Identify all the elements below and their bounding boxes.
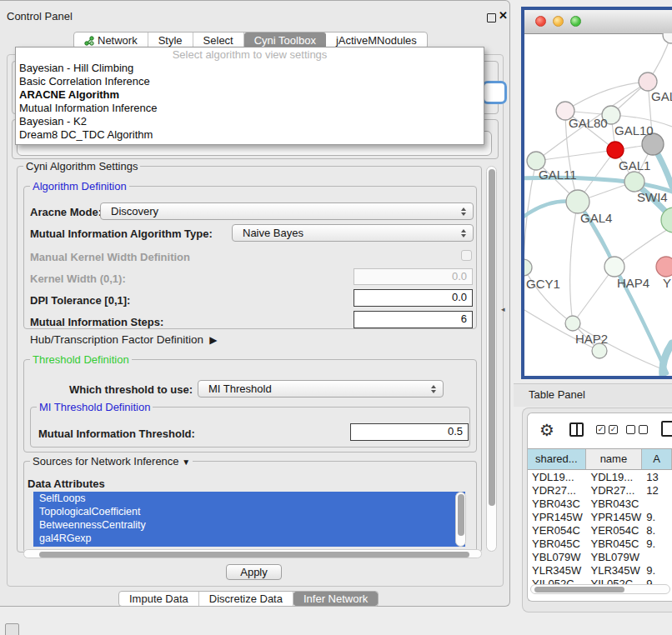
node-label: GAL10 — [614, 123, 654, 138]
settings-hscrollbar[interactable] — [23, 549, 482, 558]
tab-network-label: Network — [98, 34, 138, 47]
node-label: Y — [663, 276, 671, 290]
tab-impute-data[interactable]: Impute Data — [119, 592, 199, 606]
column-header-shared-name[interactable]: shared... — [528, 449, 586, 469]
hub-definition-toggle[interactable]: Hub/Transcription Factor Definition ▶ — [30, 333, 217, 346]
data-attributes-label: Data Attributes — [28, 478, 105, 490]
table-row[interactable]: YBR045CYBR045C9. — [528, 538, 672, 551]
node-swi4[interactable] — [624, 172, 644, 192]
aracne-mode-combobox[interactable]: Discovery — [100, 202, 474, 220]
column-header-name[interactable]: name — [586, 449, 643, 469]
manual-kernel-label: Manual Kernel Width Definition — [30, 251, 190, 263]
threshold-definition-title: Threshold Definition — [30, 353, 132, 366]
cyni-bottom-tabbar: Impute Data Discretize Data Infer Networ… — [118, 591, 379, 607]
zoom-traffic-light-icon[interactable] — [570, 16, 581, 27]
network-view-window[interactable]: GAL7 GAL80 GAL10 GAL1 GAL11 SWI4 GAL4 GC… — [521, 7, 672, 379]
node-gal1[interactable] — [607, 142, 624, 158]
combo-spinner-icon — [461, 229, 467, 238]
menu-item[interactable]: Bayesian - Hill Climbing — [16, 62, 484, 75]
node-label: HAP4 — [617, 276, 649, 290]
split-pane-icon[interactable] — [569, 422, 584, 437]
tab-infer-network[interactable]: Infer Network — [293, 592, 378, 606]
algorithm-combobox-focused[interactable] — [482, 81, 507, 104]
dpi-tolerance-label: DPI Tolerance [0,1]: — [30, 294, 130, 307]
cyni-algorithm-settings-title: Cyni Algorithm Settings — [23, 160, 140, 172]
node-gal4[interactable] — [566, 190, 589, 213]
collapsed-panel-icon[interactable] — [5, 623, 19, 635]
table-row[interactable]: YER054CYER054C8. — [528, 524, 672, 538]
algorithm-dropdown-popup: Select algorithm to view settings Bayesi… — [15, 47, 484, 145]
table-row[interactable]: YDR27...YDR27...12 — [528, 484, 672, 498]
node-hap2[interactable] — [565, 316, 580, 331]
table-panel-title: Table Panel — [529, 388, 585, 401]
deselect-all-checkboxes-icon[interactable] — [626, 425, 648, 434]
mi-type-label: Mutual Information Algorithm Type: — [30, 228, 213, 240]
table-row[interactable]: YDL19...YDL19...13 — [528, 471, 672, 484]
sources-title[interactable]: Sources for Network Inference ▼ — [30, 455, 193, 468]
table-header-row: shared... name A — [528, 448, 672, 470]
network-canvas[interactable]: GAL7 GAL80 GAL10 GAL1 GAL11 SWI4 GAL4 GC… — [524, 33, 672, 376]
kernel-width-input[interactable]: 0.0 — [354, 268, 473, 285]
select-all-checkboxes-icon[interactable]: ✓✓ — [596, 425, 618, 434]
popup-placeholder: Select algorithm to view settings — [16, 48, 484, 62]
gear-icon[interactable]: ⚙ — [539, 420, 554, 440]
apply-button[interactable]: Apply — [226, 564, 282, 580]
node-table-card: ⚙ ✓✓ shared... name A YDL19...YDL19...13… — [527, 412, 672, 602]
data-attributes-list[interactable]: SelfLoops TopologicalCoefficient Between… — [33, 492, 465, 547]
node-label: GAL80 — [569, 116, 608, 130]
table-row[interactable]: YBL079WYBL079W — [528, 551, 672, 564]
node-label: GAL7 — [651, 89, 672, 103]
node-label: HAP2 — [575, 332, 608, 346]
table-row[interactable]: YBR043CYBR043C — [528, 498, 672, 511]
table-hscrollbar[interactable] — [530, 584, 670, 594]
menu-item[interactable]: Basic Correlation Inference — [16, 75, 484, 88]
menu-item[interactable]: Mutual Information Inference — [16, 102, 484, 115]
which-threshold-label: Which threshold to use: — [69, 383, 193, 396]
manual-kernel-checkbox[interactable] — [461, 250, 472, 261]
table-row[interactable]: YLR345WYLR345W9. — [528, 564, 672, 578]
kernel-width-label: Kernel Width (0,1): — [30, 272, 126, 285]
float-window-icon[interactable] — [487, 13, 496, 22]
table-row[interactable]: YPR145WYPR145W9. — [528, 511, 672, 524]
menu-item-selected[interactable]: ARACNE Algorithm — [16, 88, 484, 102]
minimize-traffic-light-icon[interactable] — [553, 16, 564, 27]
list-item[interactable]: gal4RGexp — [33, 532, 465, 545]
panel-title: Control Panel — [7, 10, 73, 22]
combo-spinner-icon — [431, 385, 437, 393]
which-threshold-combobox[interactable]: MI Threshold — [198, 380, 444, 398]
algorithm-definition-title: Algorithm Definition — [30, 180, 129, 192]
aracne-mode-label: Aracne Mode: — [30, 206, 102, 218]
mi-threshold-label: Mutual Information Threshold: — [38, 428, 195, 440]
node-label: GAL1 — [619, 158, 650, 172]
node[interactable] — [663, 33, 672, 43]
dpi-tolerance-input[interactable]: 0.0 — [354, 289, 473, 307]
list-item[interactable]: BetweennessCentrality — [33, 518, 465, 532]
mi-threshold-input[interactable]: 0.5 — [350, 423, 469, 441]
node-gcy1[interactable] — [524, 259, 532, 276]
expand-right-icon: ▶ — [207, 334, 218, 346]
node-label: SWI4 — [637, 190, 668, 204]
column-header-partial[interactable]: A — [642, 449, 672, 469]
close-traffic-light-icon[interactable] — [535, 16, 546, 27]
mi-threshold-definition-title: MI Threshold Definition — [37, 401, 153, 413]
collapse-down-icon: ▼ — [182, 458, 190, 467]
table-icon[interactable] — [661, 421, 672, 437]
node-hap4[interactable] — [604, 257, 624, 277]
list-item[interactable]: SelfLoops — [33, 492, 465, 505]
mi-steps-input[interactable]: 6 — [354, 311, 473, 328]
menu-item[interactable]: Bayesian - K2 — [16, 115, 484, 128]
menu-item[interactable]: Dream8 DC_TDC Algorithm — [16, 128, 484, 142]
list-scrollbar[interactable] — [455, 492, 466, 547]
mi-type-combobox[interactable]: Naive Bayes — [232, 224, 474, 242]
node-gal7[interactable] — [639, 72, 657, 91]
node-label: GAL4 — [580, 211, 612, 225]
splitter-collapse-icon[interactable]: ◂ — [501, 305, 505, 313]
close-icon[interactable]: ✕ — [499, 9, 508, 22]
network-window-titlebar[interactable] — [524, 10, 672, 34]
settings-scrollbar[interactable] — [486, 166, 497, 552]
mi-steps-label: Mutual Information Steps: — [30, 316, 163, 328]
combo-spinner-icon — [461, 208, 467, 216]
node-y[interactable] — [656, 257, 672, 277]
list-item[interactable]: TopologicalCoefficient — [33, 505, 465, 518]
tab-discretize-data[interactable]: Discretize Data — [199, 592, 293, 606]
